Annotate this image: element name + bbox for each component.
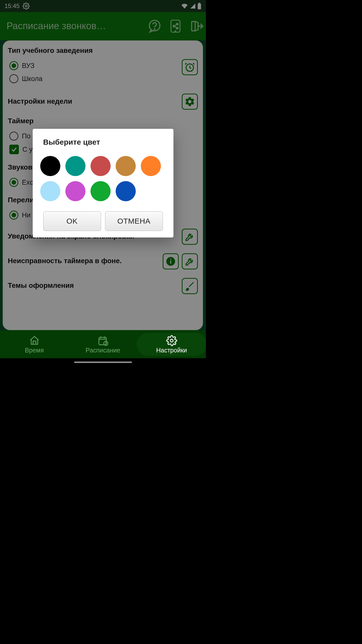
color-swatch-blue[interactable] (116, 181, 136, 201)
color-swatch-orange[interactable] (141, 156, 161, 176)
color-swatch-red[interactable] (90, 156, 111, 176)
color-dialog: Выберите цвет OK ОТМЕНА (33, 129, 173, 237)
color-swatch-brown[interactable] (116, 156, 136, 176)
svg-point-21 (170, 339, 173, 342)
nav-time-label: Время (25, 347, 44, 354)
nav-schedule-label: Расписание (86, 347, 120, 354)
color-swatch-teal[interactable] (65, 156, 85, 176)
color-swatch-lightblue[interactable] (40, 181, 60, 201)
color-swatch-magenta[interactable] (65, 181, 85, 201)
dialog-scrim[interactable]: Выберите цвет OK ОТМЕНА (0, 0, 206, 366)
color-swatch-green[interactable] (90, 181, 111, 201)
dialog-ok-button[interactable]: OK (43, 211, 101, 231)
dialog-cancel-button[interactable]: ОТМЕНА (105, 211, 163, 231)
dialog-title: Выберите цвет (33, 138, 173, 151)
nav-settings-label: Настройки (156, 347, 187, 354)
color-swatch-grid (33, 151, 173, 206)
color-swatch-black[interactable] (40, 156, 60, 176)
